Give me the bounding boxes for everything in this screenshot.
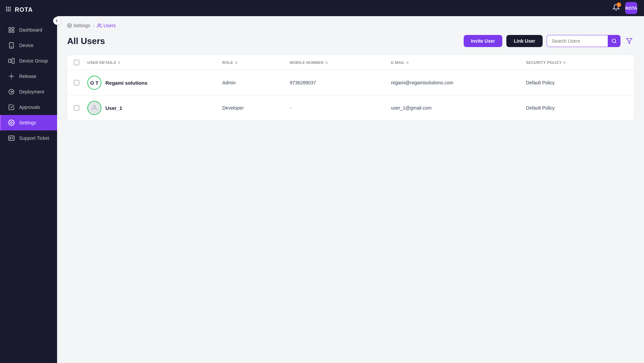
user-icon bbox=[91, 104, 98, 112]
user-security-1: Default Policy bbox=[526, 105, 628, 111]
row-checkbox-cell-0 bbox=[74, 80, 87, 85]
table-header: USER DETAILS ⇅ ROLE ⇅ MOBILE NUMBER ⇅ E-… bbox=[67, 55, 634, 70]
sidebar-item-support-ticket[interactable]: Support Ticket bbox=[0, 130, 57, 146]
sidebar-item-label: Device Group bbox=[19, 58, 48, 64]
filter-icon bbox=[626, 38, 633, 44]
svg-rect-6 bbox=[6, 10, 7, 11]
svg-rect-20 bbox=[9, 136, 14, 140]
approvals-icon bbox=[8, 104, 15, 111]
support-ticket-icon bbox=[8, 134, 15, 142]
main-content: 1 ROTA Settings › Users bbox=[57, 0, 644, 363]
settings-crumb-icon bbox=[67, 23, 72, 28]
sidebar-item-dashboard[interactable]: Dashboard bbox=[0, 22, 57, 38]
avatar[interactable]: ROTA bbox=[625, 2, 637, 14]
grid-icon bbox=[5, 6, 11, 13]
select-all-checkbox[interactable] bbox=[74, 60, 79, 65]
user-name-1: User_1 bbox=[105, 105, 122, 111]
sidebar-item-label: Settings bbox=[19, 120, 36, 125]
svg-rect-8 bbox=[10, 10, 11, 11]
user-role-0: Admin bbox=[222, 80, 290, 85]
sort-icon-user-details: ⇅ bbox=[118, 61, 121, 65]
svg-rect-5 bbox=[10, 9, 11, 10]
notification-badge: 1 bbox=[616, 2, 621, 7]
user-email-1: user_1@gmail.com bbox=[391, 105, 526, 111]
sidebar-item-label: Support Ticket bbox=[19, 135, 49, 141]
svg-rect-11 bbox=[9, 31, 11, 33]
svg-rect-4 bbox=[8, 9, 9, 10]
page-content: Settings › Users All Users Invite User L… bbox=[57, 16, 644, 363]
user-email-0: regami@regamisolutions.com bbox=[391, 80, 526, 85]
avatar-0: O T bbox=[87, 76, 101, 90]
breadcrumb-settings[interactable]: Settings bbox=[67, 23, 90, 28]
filter-button[interactable] bbox=[625, 36, 634, 46]
users-crumb-icon bbox=[97, 23, 102, 28]
row-checkbox-cell-1 bbox=[74, 105, 87, 111]
sidebar-item-label: Dashboard bbox=[19, 27, 42, 33]
sidebar-item-label: Release bbox=[19, 74, 36, 79]
sidebar-item-settings[interactable]: Settings bbox=[0, 115, 57, 130]
page-title: All Users bbox=[67, 36, 105, 46]
svg-point-19 bbox=[11, 122, 12, 124]
device-group-icon bbox=[8, 57, 15, 65]
table-row: O T Regami solutions Admin 9736289037 re… bbox=[67, 70, 634, 95]
sidebar: ROTA Dashboard Device bbox=[0, 0, 57, 363]
sidebar-item-device[interactable]: Device bbox=[0, 38, 57, 53]
svg-point-22 bbox=[69, 25, 70, 26]
settings-icon bbox=[8, 119, 15, 126]
svg-rect-9 bbox=[9, 28, 11, 30]
svg-rect-2 bbox=[10, 7, 11, 8]
notification-bell[interactable]: 1 bbox=[612, 4, 620, 12]
user-mobile-0: 9736289037 bbox=[290, 80, 391, 85]
svg-rect-15 bbox=[9, 59, 11, 63]
invite-user-button[interactable]: Invite User bbox=[464, 35, 503, 47]
sort-icon-role: ⇅ bbox=[235, 61, 238, 65]
sidebar-item-release[interactable]: Release bbox=[0, 69, 57, 84]
user-role-1: Developer bbox=[222, 105, 290, 111]
th-security-policy: SECURITY POLICY ⇅ bbox=[526, 61, 628, 65]
sidebar-item-deployment[interactable]: Deployment bbox=[0, 84, 57, 99]
user-mobile-1: - bbox=[290, 105, 391, 111]
user-details-0: O T Regami solutions bbox=[87, 76, 222, 90]
sidebar-item-approvals[interactable]: Approvals bbox=[0, 99, 57, 115]
search-button[interactable] bbox=[608, 35, 620, 47]
search-wrapper bbox=[547, 35, 620, 47]
th-role: ROLE ⇅ bbox=[222, 61, 290, 65]
svg-rect-12 bbox=[12, 31, 14, 33]
topbar: 1 ROTA bbox=[57, 0, 644, 16]
release-icon bbox=[8, 73, 15, 80]
user-details-1: User_1 bbox=[87, 101, 222, 115]
row-checkbox-1[interactable] bbox=[74, 105, 79, 111]
users-table: USER DETAILS ⇅ ROLE ⇅ MOBILE NUMBER ⇅ E-… bbox=[67, 55, 634, 120]
search-icon bbox=[611, 38, 617, 44]
svg-rect-3 bbox=[6, 9, 7, 10]
sidebar-header: ROTA bbox=[0, 0, 57, 19]
deployment-icon bbox=[8, 88, 15, 95]
svg-point-14 bbox=[11, 46, 12, 47]
sidebar-item-label: Device bbox=[19, 43, 34, 48]
header-actions: Invite User Link User bbox=[464, 35, 634, 47]
avatar-1 bbox=[87, 101, 101, 115]
row-checkbox-0[interactable] bbox=[74, 80, 79, 85]
svg-rect-1 bbox=[8, 7, 9, 8]
svg-point-17 bbox=[11, 76, 12, 77]
breadcrumb-users: Users bbox=[97, 23, 116, 28]
sidebar-item-device-group[interactable]: Device Group bbox=[0, 53, 57, 69]
svg-point-23 bbox=[98, 24, 100, 25]
svg-rect-0 bbox=[6, 7, 7, 8]
svg-point-25 bbox=[93, 106, 95, 108]
th-email: E-MAIL ⇅ bbox=[391, 61, 526, 65]
sidebar-toggle-button[interactable] bbox=[53, 17, 61, 25]
th-mobile: MOBILE NUMBER ⇅ bbox=[290, 61, 391, 65]
sidebar-nav: Dashboard Device Device Group bbox=[0, 19, 57, 363]
sort-icon-mobile: ⇅ bbox=[325, 61, 328, 65]
link-user-button[interactable]: Link User bbox=[506, 35, 543, 47]
svg-point-21 bbox=[10, 137, 11, 138]
user-name-0: Regami solutions bbox=[105, 80, 147, 86]
sort-icon-security: ⇅ bbox=[563, 61, 566, 65]
sort-icon-email: ⇅ bbox=[406, 61, 409, 65]
user-security-0: Default Policy bbox=[526, 80, 628, 85]
device-icon bbox=[8, 42, 15, 49]
breadcrumb: Settings › Users bbox=[67, 23, 634, 28]
svg-point-24 bbox=[612, 39, 616, 43]
svg-rect-7 bbox=[8, 10, 9, 11]
